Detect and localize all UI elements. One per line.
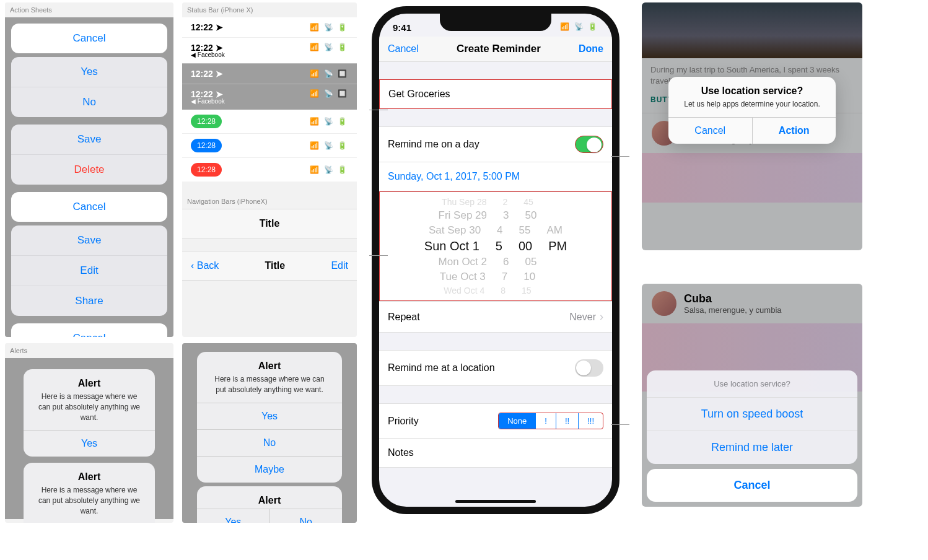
yes-button[interactable]: Yes xyxy=(197,509,270,523)
panel-header: Alerts xyxy=(5,343,173,358)
yes-button[interactable]: Yes xyxy=(11,57,167,87)
seg-high[interactable]: !!! xyxy=(579,413,603,429)
save-button[interactable]: Save xyxy=(11,225,167,256)
notch xyxy=(440,14,551,31)
home-indicator[interactable] xyxy=(455,500,536,503)
cancel-button[interactable]: Cancel xyxy=(647,469,857,502)
status-bar-row-dark: 12:22 ➤ 📶 📡 🔲 xyxy=(182,63,357,84)
yes-button[interactable]: Yes xyxy=(24,430,155,457)
repeat-value: Never xyxy=(569,312,596,322)
callout-line xyxy=(369,255,388,256)
status-time: 9:41 xyxy=(393,22,411,33)
maybe-button[interactable]: Maybe xyxy=(197,456,342,483)
recording-pill[interactable]: 12:28 xyxy=(191,163,222,177)
cell-label: Repeat xyxy=(388,312,420,323)
nav-bar: Title xyxy=(182,209,357,238)
seg-low[interactable]: ! xyxy=(536,413,556,429)
nav-title: Create Reminder xyxy=(457,43,541,55)
action-sheet: Use location service? Turn on speed boos… xyxy=(647,370,857,502)
panel-header: Status Bar (iPhone X) xyxy=(182,2,357,17)
status-time: 12:22 xyxy=(191,22,213,32)
save-button[interactable]: Save xyxy=(11,125,167,155)
status-icons: 📶 📡 🔋 xyxy=(310,23,348,32)
cell-label: Priority xyxy=(388,416,419,427)
alert-dialog: Alert Here is a message where we can put… xyxy=(24,463,155,523)
alert-title: Alert xyxy=(24,463,155,485)
priority-segmented[interactable]: None ! !! !!! xyxy=(498,413,603,429)
alert-message: Here is a message where we can put absol… xyxy=(24,392,155,430)
action-sheet-option[interactable]: Remind me later xyxy=(647,431,857,464)
chevron-right-icon: › xyxy=(600,310,603,323)
alert-title: Alert xyxy=(197,352,342,374)
nav-title: Title xyxy=(219,260,331,271)
remind-location-cell: Remind me at a location xyxy=(379,350,612,386)
alert-message: Here is a message where we can put absol… xyxy=(24,485,155,523)
status-icons: 📶 📡 🔋 xyxy=(310,43,348,51)
cancel-button[interactable]: Cancel xyxy=(11,24,167,53)
action-group-savedel: Save Delete xyxy=(11,125,167,185)
status-bar-row: 12:28 📶 📡 🔋 xyxy=(182,133,357,157)
status-bar-row-dark: 12:22 ➤ ◀ Facebook 📶 📡 🔲 xyxy=(182,84,357,110)
callout-line xyxy=(611,156,629,157)
action-sheet-option[interactable]: Turn on speed boost xyxy=(647,398,857,431)
done-button[interactable]: Done xyxy=(579,43,603,55)
location-arrow-icon: ➤ xyxy=(216,22,223,32)
no-button[interactable]: No xyxy=(11,87,167,117)
notes-cell[interactable]: Notes xyxy=(379,439,612,468)
status-bar-row: 12:22 ➤ ◀ Facebook 📶 📡 🔋 xyxy=(182,37,357,63)
status-icons: 📶 📡 🔲 xyxy=(310,69,348,78)
alert-title: Alert xyxy=(197,486,342,509)
priority-cell: Priority None ! !! !!! xyxy=(379,403,612,439)
alert-title: Alert xyxy=(24,369,155,392)
action-button[interactable]: Action xyxy=(753,118,836,144)
cancel-button[interactable]: Cancel xyxy=(11,192,167,222)
status-bar-row: 12:28 📶 📡 🔋 xyxy=(182,110,357,133)
remind-on-day-cell: Remind me on a day xyxy=(379,126,612,162)
repeat-cell[interactable]: Repeat Never› xyxy=(379,301,612,333)
nav-bar: Cancel Create Reminder Done xyxy=(379,37,612,62)
alert-dialog: Alert Here is a message where we can put… xyxy=(197,352,342,483)
delete-button[interactable]: Delete xyxy=(11,155,167,185)
cancel-button[interactable]: Cancel xyxy=(11,323,167,337)
reminder-title-cell[interactable]: Get Groceries xyxy=(379,79,612,109)
alert-message: Here is a message where we can put absol… xyxy=(197,374,342,403)
seg-none[interactable]: None xyxy=(499,413,536,429)
nav-title: Title xyxy=(216,218,323,229)
cell-label: Notes xyxy=(388,447,414,458)
seg-med[interactable]: !! xyxy=(556,413,579,429)
status-icons: 📶 📡 🔋 xyxy=(310,141,348,150)
date-summary: Sunday, Oct 1, 2017, 5:00 PM xyxy=(388,171,520,182)
location-actionsheet-card: Cuba Salsa, merengue, y cumbia Use locat… xyxy=(642,284,862,507)
action-group-yesno: Yes No xyxy=(11,57,167,117)
status-icons: 📶 📡 🔲 xyxy=(310,89,348,98)
datetime-picker[interactable]: Thu Sep 28245 Fri Sep 29350 Sat Sep 3045… xyxy=(379,191,612,301)
remind-day-toggle[interactable] xyxy=(575,136,603,153)
edit-button[interactable]: Edit xyxy=(11,256,167,286)
status-bars-panel: Status Bar (iPhone X) 12:22 ➤ 📶 📡 🔋 12:2… xyxy=(182,2,357,337)
back-to-app[interactable]: ◀ Facebook xyxy=(191,51,225,58)
cell-label: Remind me on a day xyxy=(388,139,479,150)
share-button[interactable]: Share xyxy=(11,286,167,316)
yes-button[interactable]: Yes xyxy=(197,403,342,429)
action-group-saveeditshare: Save Edit Share xyxy=(11,225,167,316)
cell-label: Remind me at a location xyxy=(388,362,495,374)
no-button[interactable]: No xyxy=(270,509,343,523)
active-call-pill[interactable]: 12:28 xyxy=(191,115,222,128)
nav-bar: ‹ Back Title Edit xyxy=(182,251,357,281)
action-sheet-title: Use location service? xyxy=(647,370,857,398)
cancel-button[interactable]: Cancel xyxy=(668,118,753,144)
no-button[interactable]: No xyxy=(197,429,342,456)
hotspot-pill[interactable]: 12:28 xyxy=(191,139,222,152)
date-summary-cell[interactable]: Sunday, Oct 1, 2017, 5:00 PM xyxy=(379,162,612,191)
back-button[interactable]: ‹ Back xyxy=(191,260,219,271)
callout-line xyxy=(369,110,388,110)
status-time: 12:22 xyxy=(191,69,213,79)
reminder-name-field[interactable]: Get Groceries xyxy=(388,89,450,100)
back-to-app[interactable]: ◀ Facebook xyxy=(191,98,225,105)
status-icons: 📶 📡 🔋 xyxy=(310,165,348,174)
cancel-button[interactable]: Cancel xyxy=(388,43,419,55)
remind-location-toggle[interactable] xyxy=(575,359,603,377)
status-bar-row: 12:28 📶 📡 🔋 xyxy=(182,157,357,182)
alerts-panel: Alerts Alert Here is a message where we … xyxy=(5,343,173,523)
edit-button[interactable]: Edit xyxy=(331,260,348,271)
